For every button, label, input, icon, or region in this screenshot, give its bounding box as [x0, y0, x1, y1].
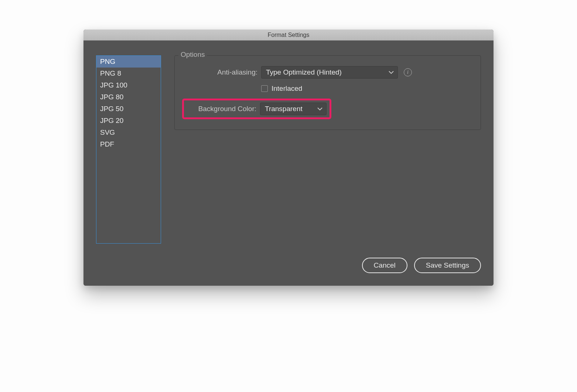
interlaced-checkbox[interactable] [261, 85, 268, 92]
format-item-jpg80[interactable]: JPG 80 [96, 91, 161, 103]
format-item-svg[interactable]: SVG [96, 127, 161, 138]
save-settings-button[interactable]: Save Settings [414, 258, 481, 273]
options-legend: Options [178, 51, 207, 59]
interlaced-row: Interlaced [261, 85, 472, 93]
anti-aliasing-row: Anti-aliasing: Type Optimized (Hinted) i [184, 66, 472, 79]
background-color-value: Transparent [265, 105, 303, 113]
button-row: Cancel Save Settings [96, 258, 481, 273]
info-icon[interactable]: i [404, 68, 412, 76]
background-color-dropdown[interactable]: Transparent [260, 103, 327, 115]
anti-aliasing-dropdown[interactable]: Type Optimized (Hinted) [261, 66, 398, 79]
background-color-label: Background Color: [185, 105, 256, 113]
format-list[interactable]: PNG PNG 8 JPG 100 JPG 80 JPG 50 JPG 20 S… [96, 55, 161, 244]
interlaced-label: Interlaced [272, 85, 302, 93]
format-item-jpg50[interactable]: JPG 50 [96, 103, 161, 115]
format-item-png8[interactable]: PNG 8 [96, 68, 161, 79]
format-item-jpg20[interactable]: JPG 20 [96, 115, 161, 127]
dialog-body: PNG PNG 8 JPG 100 JPG 80 JPG 50 JPG 20 S… [83, 41, 494, 286]
dialog-title: Format Settings [268, 32, 310, 38]
format-settings-dialog: Format Settings PNG PNG 8 JPG 100 JPG 80… [83, 30, 494, 286]
background-color-row: Background Color: Transparent [184, 99, 472, 119]
chevron-down-icon [389, 71, 394, 74]
cancel-button[interactable]: Cancel [362, 258, 407, 273]
chevron-down-icon [317, 107, 322, 111]
background-color-highlight: Background Color: Transparent [182, 99, 331, 119]
format-item-pdf[interactable]: PDF [96, 138, 161, 150]
anti-aliasing-value: Type Optimized (Hinted) [266, 68, 342, 76]
options-panel: Options Anti-aliasing: Type Optimized (H… [174, 55, 481, 244]
format-item-jpg100[interactable]: JPG 100 [96, 79, 161, 91]
format-item-png[interactable]: PNG [96, 56, 161, 68]
options-frame: Options Anti-aliasing: Type Optimized (H… [174, 55, 481, 130]
dialog-titlebar: Format Settings [83, 30, 494, 41]
anti-aliasing-label: Anti-aliasing: [184, 68, 257, 76]
dialog-content-row: PNG PNG 8 JPG 100 JPG 80 JPG 50 JPG 20 S… [96, 55, 481, 244]
